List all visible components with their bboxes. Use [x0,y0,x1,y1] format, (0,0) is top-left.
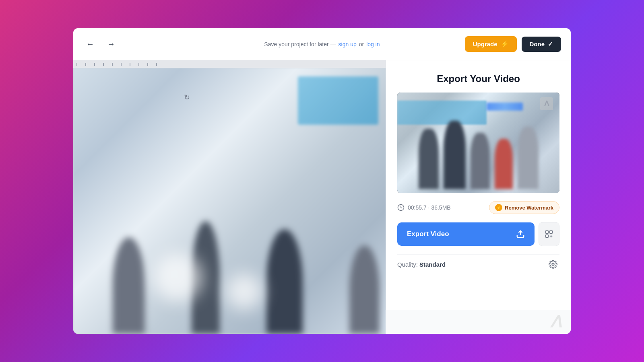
video-duration-size: 00:55.7 · 36.5MB [408,204,451,211]
watermark-hint-text: Ʌ [550,313,561,331]
ruler-mark [112,63,113,66]
preview-sil-4 [495,139,513,189]
preview-sil-1 [419,129,439,189]
export-panel: Export Your Video Ʌ [386,60,571,334]
nav-controls: ← → [83,37,118,51]
done-button[interactable]: Done ✓ [522,37,561,52]
video-preview-thumbnail: Ʌ [397,93,559,193]
lightning-icon: ⚡ [501,40,509,48]
signup-link[interactable]: sign up [339,41,357,47]
ruler-mark [121,63,122,66]
quality-label: Quality: [397,261,418,268]
preview-blue-overlay [397,101,487,125]
remove-watermark-button[interactable]: ⚡ Remove Watermark [489,201,559,214]
gear-icon [549,260,557,269]
silhouette-3 [266,229,303,334]
back-button[interactable]: ← [83,37,97,51]
preview-sil-5 [518,127,539,189]
ruler-mark [130,63,130,66]
or-text: or [359,41,364,47]
svg-rect-4 [546,235,548,237]
preview-image: Ʌ [397,93,559,193]
clock-icon [397,204,405,211]
save-text: Save your project for later — [264,41,336,47]
silhouette-4 [349,245,380,334]
rotation-handle[interactable]: ↻ [182,93,192,102]
share-export-button[interactable] [539,222,559,246]
done-label: Done [530,41,545,47]
forward-button[interactable]: → [104,37,118,51]
top-bar: ← → Save your project for later — sign u… [73,28,571,60]
quality-text: Quality: Standard [397,261,446,268]
quality-value: Standard [419,261,446,268]
preview-silhouettes [397,123,559,193]
preview-sil-2 [444,121,466,189]
preview-text-overlay [487,103,523,111]
export-video-label: Export Video [407,230,449,238]
upload-icon [516,230,525,239]
ruler-mark [103,63,104,66]
bottom-bar: Ʌ [386,310,571,334]
video-meta: 00:55.7 · 36.5MB [397,204,451,211]
export-video-button[interactable]: Export Video [397,222,535,246]
ruler-mark [147,63,148,66]
share-icon [545,230,553,239]
svg-rect-2 [546,231,548,233]
export-title: Export Your Video [397,73,559,84]
silhouette-1 [113,237,145,334]
ruler-mark [156,63,157,66]
ruler-mark [76,63,77,66]
quality-settings-button[interactable] [547,258,559,271]
upgrade-label: Upgrade [473,41,497,47]
blob-2 [226,274,262,310]
svg-rect-3 [550,231,552,233]
checkmark-icon: ✓ [548,41,553,48]
ruler-mark [85,63,86,66]
ruler-mark [94,63,95,66]
remove-watermark-label: Remove Watermark [505,205,553,211]
upgrade-button[interactable]: Upgrade ⚡ [465,36,517,52]
preview-corner-mark: Ʌ [540,97,553,110]
preview-sil-3 [471,133,490,189]
blob-1 [154,253,202,302]
quality-row: Quality: Standard [397,254,559,271]
export-buttons-row: Export Video [397,222,559,246]
video-info-row: 00:55.7 · 36.5MB ⚡ Remove Watermark [397,201,559,214]
app-window: ← → Save your project for later — sign u… [73,28,571,334]
main-content: ↻ Export Your Video Ʌ [73,60,571,334]
login-link[interactable]: log in [366,41,380,47]
svg-point-5 [552,263,554,265]
top-bar-actions: Upgrade ⚡ Done ✓ [465,36,561,52]
watermark-icon: ⚡ [495,204,502,211]
ruler-mark [138,63,139,66]
save-prompt: Save your project for later — sign up or… [264,41,380,47]
